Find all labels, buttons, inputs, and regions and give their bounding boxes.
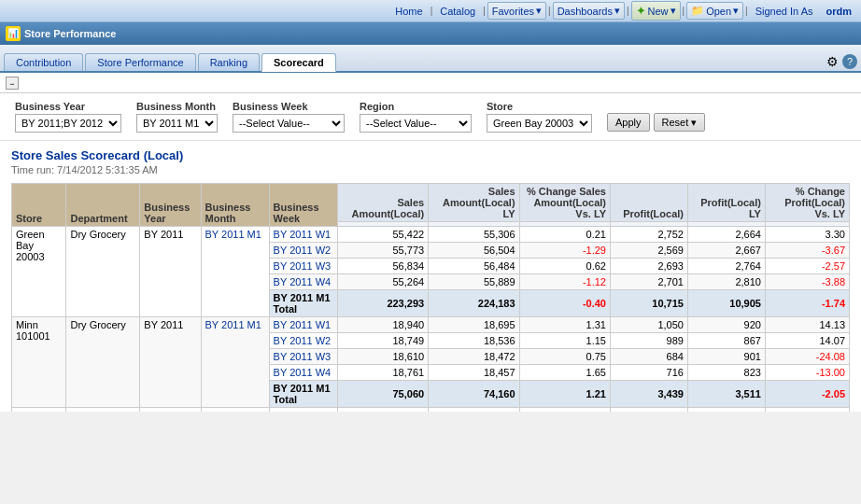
profit-ly-cell: 2,810 xyxy=(687,274,765,290)
by-cell: BY 2011 xyxy=(140,317,201,408)
profit-ly-cell: 2,764 xyxy=(687,259,765,274)
filter-store: Store Green Bay 20003 xyxy=(487,101,592,133)
help-icon[interactable]: ? xyxy=(842,54,857,69)
tab-store-performance[interactable]: Store Performance xyxy=(85,53,195,71)
th-business-week: Business Week xyxy=(269,184,337,227)
business-year-select[interactable]: BY 2011;BY 2012 xyxy=(15,114,121,133)
store-select[interactable]: Green Bay 20003 xyxy=(487,114,592,133)
sales-cell: 18,761 xyxy=(337,365,428,381)
total-profit: 10,715 xyxy=(610,290,687,317)
tab-icons: ⚙ ? xyxy=(826,54,857,71)
nav-home[interactable]: Home xyxy=(389,4,428,19)
tab-contribution[interactable]: Contribution xyxy=(4,53,83,71)
profit-cell: 1,050 xyxy=(610,317,687,333)
pct-profit-cell: -3.67 xyxy=(765,243,849,259)
th-store: Store xyxy=(12,184,66,227)
th-department: Department xyxy=(66,184,140,227)
nav-new[interactable]: ✦ New ▾ xyxy=(631,1,681,21)
content-area: Store Sales Scorecard (Local) Time run: … xyxy=(0,141,861,412)
sales-ly-cell: 55,889 xyxy=(429,274,519,290)
pct-profit-cell: 3.30 xyxy=(765,227,849,243)
pct-sales-cell: 3.31 xyxy=(519,408,610,413)
business-month-select[interactable]: BY 2011 M1 xyxy=(136,114,218,133)
sales-cell: 18,610 xyxy=(337,349,428,365)
nav-favorites[interactable]: Favorites ▾ xyxy=(487,2,546,20)
week-cell: BY 2011 W1 xyxy=(269,408,337,413)
sales-ly-cell: 18,536 xyxy=(429,333,519,349)
filter-row: Business Year BY 2011;BY 2012 Business M… xyxy=(15,101,846,133)
pct-sales-cell: 0.21 xyxy=(519,227,610,243)
pct-profit-cell: -24.08 xyxy=(765,349,849,365)
th-pct-change-sales: % Change Sales Amount(Local) Vs. LY xyxy=(519,184,610,222)
pct-sales-cell: 1.65 xyxy=(519,365,610,381)
sales-ly-cell: 55,306 xyxy=(429,227,519,243)
total-sales-ly: 224,183 xyxy=(429,290,519,317)
total-label: BY 2011 M1 Total xyxy=(269,381,337,408)
store-cell: Green Bay 20003 xyxy=(12,227,66,317)
total-profit: 3,439 xyxy=(610,381,687,408)
pct-profit-cell: -13.00 xyxy=(765,365,849,381)
th-pct-change-profit: % Change Profit(Local) Vs. LY xyxy=(765,184,849,222)
apply-button[interactable]: Apply xyxy=(607,113,650,132)
week-cell: BY 2011 W4 xyxy=(269,365,337,381)
app-title-bar: 📊 Store Performance xyxy=(0,22,861,45)
profit-ly-cell: 1,765 xyxy=(687,408,765,413)
nav-user[interactable]: ordm xyxy=(821,4,858,19)
total-label: BY 2011 M1 Total xyxy=(269,290,337,317)
th-profit-local-ly: Profit(Local) LY xyxy=(687,184,765,222)
pct-profit-cell: -2.57 xyxy=(765,259,849,274)
dept-cell: Snacks xyxy=(66,408,140,413)
total-profit-ly: 3,511 xyxy=(687,381,765,408)
total-sales-ly: 74,160 xyxy=(429,381,519,408)
pct-sales-cell: 0.62 xyxy=(519,259,610,274)
profit-cell: 1,584 xyxy=(610,408,687,413)
pct-sales-cell: -1.12 xyxy=(519,274,610,290)
week-cell: BY 2011 W3 xyxy=(269,259,337,274)
pct-sales-cell: 1.31 xyxy=(519,317,610,333)
sales-cell: 55,264 xyxy=(337,274,428,290)
business-week-select[interactable]: --Select Value-- xyxy=(233,114,345,133)
profit-cell: 989 xyxy=(610,333,687,349)
profit-cell: 684 xyxy=(610,349,687,365)
week-cell: BY 2011 W2 xyxy=(269,333,337,349)
sales-cell: 37,643 xyxy=(337,408,428,413)
minus-icon[interactable]: − xyxy=(6,77,19,90)
nav-catalog[interactable]: Catalog xyxy=(434,4,481,19)
week-cell: BY 2011 W2 xyxy=(269,243,337,259)
total-sales: 75,060 xyxy=(337,381,428,408)
tab-ranking[interactable]: Ranking xyxy=(198,53,260,71)
store-label: Store xyxy=(487,101,592,112)
business-month-label: Business Month xyxy=(136,101,218,112)
reset-button[interactable]: Reset ▾ xyxy=(654,113,706,132)
business-week-label: Business Week xyxy=(233,101,345,112)
scorecard-title: Store Sales Scorecard (Local) xyxy=(11,148,850,162)
bm-cell: BY 2011 M1 xyxy=(201,317,269,408)
settings-icon[interactable]: ⚙ xyxy=(826,54,839,69)
bm-cell: BY 2011 M1 xyxy=(201,227,269,317)
filter-business-month: Business Month BY 2011 M1 xyxy=(136,101,218,133)
profit-ly-cell: 823 xyxy=(687,365,765,381)
data-table: Store Department Business Year Business … xyxy=(11,183,850,412)
tab-scorecard[interactable]: Scorecard xyxy=(261,53,336,72)
pct-profit-cell: 14.07 xyxy=(765,333,849,349)
region-select[interactable]: --Select Value-- xyxy=(360,114,472,133)
week-cell: BY 2011 W4 xyxy=(269,274,337,290)
dept-cell: Dry Grocery xyxy=(66,317,140,408)
sales-cell: 18,749 xyxy=(337,333,428,349)
pct-sales-cell: 1.15 xyxy=(519,333,610,349)
top-nav-bar: Home | Catalog | Favorites ▾ | Dashboard… xyxy=(0,0,861,22)
th-business-year: Business Year xyxy=(140,184,201,227)
nav-dashboards[interactable]: Dashboards ▾ xyxy=(553,2,625,20)
filter-buttons: Apply Reset ▾ xyxy=(607,102,705,132)
app-title: Store Performance xyxy=(24,28,116,39)
total-sales: 223,293 xyxy=(337,290,428,317)
week-cell: BY 2011 W1 xyxy=(269,227,337,243)
table-row: Green Bay 20003Dry GroceryBY 2011BY 2011… xyxy=(12,227,850,243)
region-label: Region xyxy=(360,101,472,112)
store-cell: Minn 101001 xyxy=(12,317,66,408)
nav-open[interactable]: 📁 Open ▾ xyxy=(686,2,743,20)
by-cell: BY 2011 xyxy=(140,227,201,317)
profit-ly-cell: 901 xyxy=(687,349,765,365)
th-sales-amount: Sales Amount(Local) xyxy=(337,184,428,222)
th-sales-amount-ly: Sales Amount(Local) LY xyxy=(429,184,519,222)
